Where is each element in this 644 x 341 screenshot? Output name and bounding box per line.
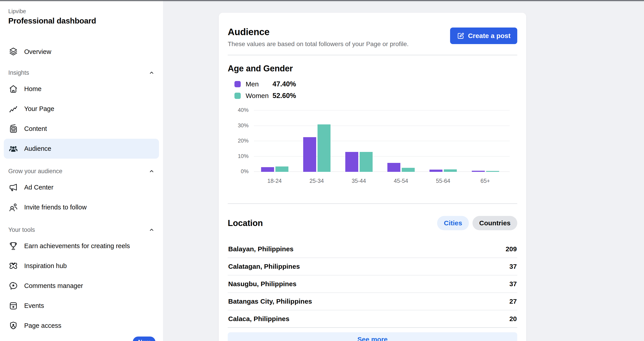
- sidebar-item-inspiration-hub[interactable]: Inspiration hub: [4, 256, 159, 276]
- audience-title: Audience: [228, 27, 409, 37]
- location-count: 37: [510, 280, 517, 288]
- layers-icon: [8, 47, 18, 57]
- location-count: 209: [506, 245, 517, 253]
- y-tick-label: 10%: [233, 153, 248, 159]
- chart-legend: Men47.40%Women52.60%: [234, 79, 517, 101]
- section-your-tools[interactable]: Your tools: [4, 224, 159, 236]
- x-tick-label: 65+: [470, 178, 501, 184]
- legend-row-women: Women52.60%: [234, 91, 517, 101]
- sidebar-item-label: Overview: [24, 48, 51, 55]
- home-icon: [8, 84, 18, 94]
- sidebar-item-ad-center[interactable]: Ad Center: [4, 177, 159, 197]
- see-more-button[interactable]: See more: [228, 332, 517, 341]
- x-tick-label: 25-34: [301, 178, 332, 184]
- bar-women-35-44: [360, 152, 372, 172]
- edit-icon: [457, 32, 464, 40]
- bar-men-25-34: [303, 137, 316, 172]
- sidebar-item-label: Inspiration hub: [24, 262, 67, 270]
- y-tick-label: 20%: [233, 138, 248, 144]
- chart-divider: [228, 203, 517, 204]
- bar-women-18-24: [276, 166, 288, 172]
- location-toggle: CitiesCountries: [437, 216, 517, 230]
- location-name: Calaca, Philippines: [228, 315, 289, 323]
- sidebar-item-invite-friends[interactable]: Invite friends to follow: [4, 197, 159, 217]
- men-swatch: [234, 81, 241, 87]
- legend-row-men: Men47.40%: [234, 79, 517, 89]
- calendar-star-icon: [8, 301, 18, 311]
- y-tick-label: 0%: [233, 168, 248, 175]
- comment-star-icon: [8, 281, 18, 291]
- sidebar-item-label: Comments manager: [24, 282, 83, 290]
- sidebar-item-your-page[interactable]: Your Page: [4, 99, 159, 119]
- location-name: Balayan, Philippines: [228, 245, 294, 253]
- gridline-0%: [254, 171, 510, 172]
- sidebar-item-home[interactable]: Home: [4, 79, 159, 99]
- bar-women-45-54: [402, 168, 415, 172]
- header-divider: [228, 55, 517, 55]
- y-tick-label: 30%: [233, 122, 248, 129]
- butterfly-icon: [8, 261, 18, 271]
- app-name: Lipvibe: [4, 8, 159, 14]
- sidebar-item-label: Your Page: [24, 105, 54, 113]
- audience-card: Audience These values are based on total…: [219, 13, 526, 341]
- chevron-up-icon[interactable]: [148, 226, 155, 233]
- bar-men-18-24: [261, 167, 274, 172]
- x-tick-label: 35-44: [343, 178, 374, 184]
- location-name: Nasugbu, Philippines: [228, 280, 296, 288]
- x-tick-label: 45-54: [385, 178, 417, 184]
- bar-men-35-44: [345, 152, 358, 172]
- create-post-button[interactable]: Create a post: [450, 27, 517, 44]
- create-post-label: Create a post: [468, 32, 510, 40]
- section-grow-your-audience[interactable]: Grow your audience: [4, 165, 159, 177]
- shield-person-icon: [8, 321, 18, 331]
- chevron-up-icon[interactable]: [148, 69, 155, 76]
- sidebar-item-overview[interactable]: Overview: [4, 43, 159, 60]
- section-label: Insights: [8, 69, 29, 76]
- location-row: Balayan, Philippines209: [228, 241, 517, 258]
- content-cards-icon: [8, 124, 18, 134]
- toggle-cities[interactable]: Cities: [437, 216, 469, 230]
- age-gender-title: Age and Gender: [228, 64, 517, 73]
- trophy-icon: [8, 241, 18, 251]
- audience-subtitle: These values are based on total follower…: [228, 40, 409, 48]
- sidebar-item-earn-achievements[interactable]: Earn achievements for creating reels: [4, 236, 159, 256]
- megaphone-icon: [8, 182, 18, 192]
- trend-chart-icon: [8, 104, 18, 114]
- sidebar-item-audience[interactable]: Audience: [4, 139, 159, 159]
- location-list: Balayan, Philippines209Calatagan, Philip…: [228, 241, 517, 328]
- bar-men-65+: [472, 171, 485, 172]
- toggle-countries[interactable]: Countries: [472, 216, 517, 230]
- gridline-30%: [254, 125, 510, 126]
- sidebar-item-content[interactable]: Content: [4, 119, 159, 139]
- sidebar-item-label: Content: [24, 125, 47, 132]
- chevron-up-icon[interactable]: [148, 168, 155, 175]
- page-title: Professional dashboard: [4, 16, 159, 26]
- bar-men-55-64: [430, 170, 442, 172]
- location-row: Batangas City, Philippines27: [228, 293, 517, 310]
- sidebar-item-page-access[interactable]: Page access: [4, 316, 159, 336]
- location-row: Calatagan, Philippines37: [228, 258, 517, 276]
- card-header: Audience These values are based on total…: [228, 13, 517, 48]
- legend-label: Men: [246, 80, 259, 88]
- legend-label: Women: [246, 92, 269, 100]
- new-badge: New: [133, 337, 156, 341]
- location-count: 27: [510, 298, 517, 305]
- sidebar-item-label: Page access: [24, 322, 61, 329]
- location-row: Calaca, Philippines20: [228, 310, 517, 328]
- bar-women-55-64: [444, 169, 457, 172]
- sidebar-item-label: Home: [24, 85, 42, 93]
- gridline-20%: [254, 141, 510, 141]
- sidebar-item-label: Events: [24, 302, 44, 310]
- sidebar-item-events[interactable]: Events: [4, 296, 159, 316]
- legend-value: 52.60%: [272, 92, 296, 100]
- location-name: Batangas City, Philippines: [228, 298, 312, 305]
- age-gender-plot: 0%10%20%30%40%: [254, 110, 510, 172]
- women-swatch: [234, 93, 241, 99]
- section-label: Your tools: [8, 226, 35, 233]
- sidebar-item-ab-tests[interactable]: A/B Tests New: [4, 336, 159, 341]
- section-insights[interactable]: Insights: [4, 66, 159, 79]
- gridline-40%: [254, 110, 510, 110]
- sidebar-item-comments-manager[interactable]: Comments manager: [4, 276, 159, 296]
- sidebar-item-label: Audience: [24, 145, 51, 152]
- bar-women-65+: [486, 171, 499, 172]
